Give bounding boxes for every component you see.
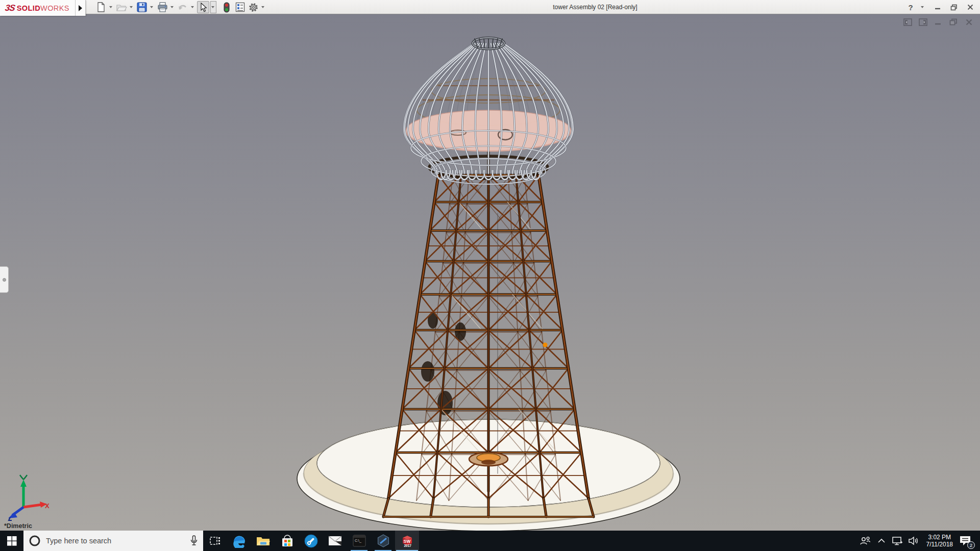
- solidworks-app-icon: SW 2017: [400, 533, 415, 548]
- close-button[interactable]: [964, 2, 977, 13]
- volume-button[interactable]: [908, 531, 920, 551]
- new-document-button[interactable]: [95, 1, 107, 13]
- chevron-down-icon: [261, 6, 264, 8]
- select-dropdown[interactable]: [210, 1, 216, 13]
- print-icon: [157, 2, 168, 12]
- collapse-pane-left-button[interactable]: [902, 17, 913, 27]
- print-dropdown[interactable]: [169, 1, 176, 13]
- taskbar-clock[interactable]: 3:02 PM 7/11/2018: [924, 534, 955, 548]
- select-cursor-icon: [200, 3, 207, 12]
- task-view-button[interactable]: [203, 531, 227, 551]
- new-document-icon: [96, 2, 106, 12]
- minimize-button[interactable]: [931, 2, 944, 13]
- chevron-down-icon: [170, 6, 174, 8]
- undo-dropdown[interactable]: [190, 1, 196, 13]
- chevron-down-icon: [150, 6, 153, 8]
- file-properties-button[interactable]: [234, 1, 246, 13]
- network-button[interactable]: [892, 531, 904, 551]
- svg-text:SW: SW: [403, 539, 411, 544]
- graphics-area[interactable]: X *Dimetric: [0, 14, 980, 531]
- chevron-up-icon: [878, 538, 885, 543]
- menu-expand-button[interactable]: [76, 0, 86, 16]
- svg-text:2017: 2017: [404, 544, 411, 547]
- save-dropdown[interactable]: [149, 1, 155, 13]
- file-explorer-button[interactable]: [251, 531, 275, 551]
- people-icon: [860, 536, 871, 545]
- restore-button[interactable]: [947, 2, 961, 13]
- file-properties-icon: [235, 2, 245, 12]
- start-button[interactable]: [0, 531, 23, 551]
- tower-assembly-model[interactable]: [0, 14, 980, 531]
- print-button[interactable]: [156, 1, 168, 13]
- minimize-icon: [935, 4, 941, 10]
- dassault-logo-icon: 3S: [5, 3, 16, 13]
- edge-button[interactable]: [227, 531, 251, 551]
- clock-date: 7/11/2018: [926, 541, 953, 548]
- command-prompt-button[interactable]: C:\_: [347, 531, 371, 551]
- chevron-down-icon: [130, 6, 133, 8]
- options-dropdown[interactable]: [260, 1, 266, 13]
- open-folder-icon: [116, 3, 127, 12]
- collapse-pane-right-button[interactable]: [918, 17, 928, 27]
- close-icon: [966, 19, 972, 26]
- mail-button[interactable]: [323, 531, 347, 551]
- svg-text:C:\_: C:\_: [355, 539, 361, 543]
- system-tray: 3:02 PM 7/11/2018 2: [859, 531, 980, 551]
- people-button[interactable]: [859, 531, 871, 551]
- new-document-dropdown[interactable]: [108, 1, 114, 13]
- help-dropdown-icon[interactable]: [921, 6, 924, 8]
- save-floppy-icon: [137, 2, 147, 12]
- clock-time: 3:02 PM: [926, 534, 953, 541]
- help-button[interactable]: ?: [904, 2, 917, 13]
- chevron-down-icon: [211, 6, 214, 8]
- notification-badge: 2: [967, 541, 975, 549]
- solidworks-logo: 3S SOLIDWORKS: [0, 0, 76, 16]
- microphone-icon[interactable]: [190, 535, 198, 546]
- select-button[interactable]: [197, 1, 209, 13]
- store-icon: [281, 534, 293, 547]
- doc-close-button[interactable]: [964, 17, 974, 27]
- task-view-icon: [210, 536, 221, 546]
- action-center-button[interactable]: 2: [959, 531, 971, 551]
- rebuild-button[interactable]: [220, 1, 233, 13]
- open-button[interactable]: [115, 1, 128, 13]
- chevron-down-icon: [109, 6, 112, 8]
- store-button[interactable]: [275, 531, 299, 551]
- hexagon-app-icon: [376, 534, 390, 548]
- window-controls: ?: [904, 0, 977, 14]
- undo-button[interactable]: [177, 1, 189, 13]
- restore-icon: [950, 4, 958, 11]
- window-title: tower Assembly 02 [Read-only]: [553, 0, 637, 14]
- quick-access-toolbar: [95, 0, 266, 14]
- support-wrench-icon: [304, 534, 318, 548]
- title-bar: 3S SOLIDWORKS tower Assembl: [0, 0, 980, 14]
- network-icon: [892, 536, 903, 545]
- document-window-controls: [902, 17, 974, 27]
- minimize-icon: [935, 18, 942, 26]
- tray-overflow-button[interactable]: [875, 531, 888, 551]
- triad-axes: [8, 475, 47, 520]
- options-button[interactable]: [247, 1, 259, 13]
- support-assist-button[interactable]: [299, 531, 323, 551]
- mail-icon: [328, 536, 342, 546]
- solidworks-taskbar-button[interactable]: SW 2017: [395, 531, 419, 551]
- save-button[interactable]: [136, 1, 148, 13]
- windows-logo-icon: [7, 536, 17, 546]
- cortana-icon: [29, 535, 41, 547]
- feature-manager-flyout-handle[interactable]: [0, 266, 9, 293]
- cad-utility-button[interactable]: [371, 531, 395, 551]
- open-dropdown[interactable]: [129, 1, 135, 13]
- doc-restore-button[interactable]: [948, 17, 959, 27]
- pane-right-icon: [919, 18, 927, 26]
- pane-left-icon: [903, 18, 912, 26]
- undo-arrow-icon: [177, 3, 188, 12]
- doc-minimize-button[interactable]: [933, 17, 943, 27]
- search-input[interactable]: [46, 537, 185, 545]
- taskbar-search[interactable]: [23, 531, 203, 551]
- x-axis-label: X: [45, 502, 50, 510]
- file-explorer-icon: [256, 535, 270, 546]
- edge-icon: [232, 534, 247, 548]
- speaker-icon: [909, 536, 920, 545]
- view-orientation-label: *Dimetric: [4, 522, 32, 530]
- orientation-triad: X: [4, 474, 50, 521]
